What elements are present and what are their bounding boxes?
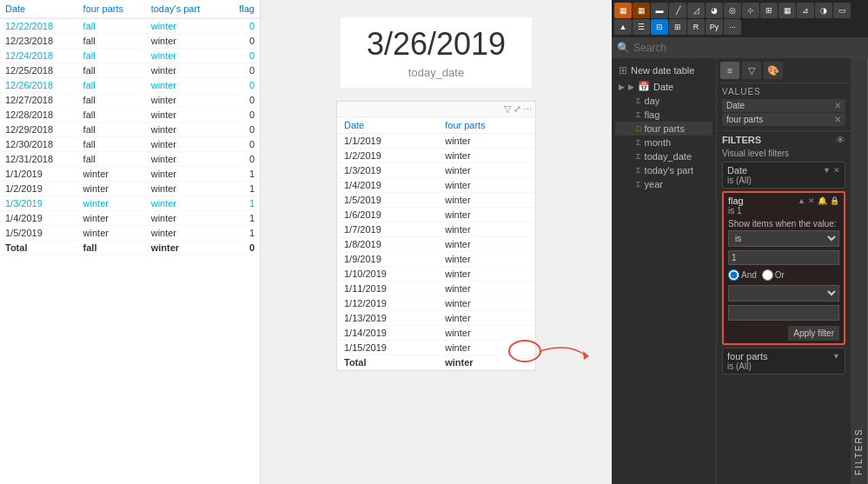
close-flag-icon[interactable]: ✕ bbox=[808, 196, 815, 205]
visual-level-label: Visual level filters bbox=[722, 149, 845, 158]
table-row: 12/27/2018 fall winter 0 bbox=[0, 93, 260, 108]
toolbar-icon-14[interactable]: ☰ bbox=[633, 19, 650, 35]
toolbar-icon-16[interactable]: ⊞ bbox=[669, 19, 686, 35]
condition-dropdown[interactable]: is is not is blank bbox=[728, 230, 839, 247]
toolbar-icon-12[interactable]: ▭ bbox=[833, 3, 851, 18]
sigma-icon-5: Σ bbox=[636, 152, 641, 161]
right-sidebar: ▦▦▬╱◿◕◎⊹⊞▦⊿◑▭▲☰⊟⊞RPy··· 🔍 ⊞ New date tab… bbox=[612, 0, 868, 484]
values-section: Values Date ✕ four parts ✕ bbox=[717, 83, 851, 131]
values-item-fp-close[interactable]: ✕ bbox=[834, 115, 841, 124]
field-item-month[interactable]: Σ month bbox=[615, 136, 712, 149]
more-icon[interactable]: ··· bbox=[524, 103, 532, 115]
close-date-icon[interactable]: ✕ bbox=[833, 166, 840, 175]
values-item-four-parts[interactable]: four parts ✕ bbox=[722, 113, 845, 126]
field-item-four-parts[interactable]: □ four parts bbox=[615, 122, 712, 136]
date-value: 3/26/2019 bbox=[367, 26, 506, 63]
chevron-right-icon: ▶ bbox=[619, 83, 625, 91]
toolbar-icon-18[interactable]: Py bbox=[706, 19, 723, 35]
date-label: today_date bbox=[367, 66, 506, 79]
filter-tab-row: ≡ ▽ 🎨 bbox=[717, 58, 851, 83]
field-item-todays-part[interactable]: Σ today's part bbox=[615, 163, 712, 177]
viz-table-row: 1/15/2019 winter bbox=[337, 341, 535, 355]
toolbar-icon-9[interactable]: ▦ bbox=[779, 3, 796, 18]
condition2-value-input[interactable] bbox=[728, 305, 839, 321]
expand-icon[interactable]: ⤢ bbox=[514, 103, 521, 115]
filters-content: FILTERS 👁 Visual level filters Date ▼ ✕ bbox=[717, 131, 851, 484]
toolbar-icon-15[interactable]: ⊟ bbox=[651, 19, 668, 35]
viz-table-row: 1/5/2019 winter bbox=[337, 193, 535, 208]
toolbar-icon-1[interactable]: ▦ bbox=[633, 3, 650, 18]
field-group-label-date: Date bbox=[653, 82, 673, 92]
col-header-four-parts[interactable]: four parts bbox=[78, 0, 146, 18]
filter-card-date-field: Date bbox=[727, 165, 747, 176]
field-item-today-date[interactable]: Σ today_date bbox=[615, 149, 712, 163]
toolbar-icon-19[interactable]: ··· bbox=[724, 19, 741, 35]
toolbar-icon-8[interactable]: ⊞ bbox=[760, 3, 778, 18]
values-item-date-label: Date bbox=[726, 101, 745, 110]
sigma-icon-6: Σ bbox=[636, 166, 641, 175]
toolbar-icon-11[interactable]: ◑ bbox=[815, 3, 832, 18]
fields-panel: ⊞ New date table ▶ ▶ 📅 Date Σ day bbox=[612, 58, 716, 484]
filter-tab-btn[interactable]: ▽ bbox=[742, 62, 761, 79]
filters-vertical-tab[interactable]: FILTERS bbox=[851, 58, 868, 484]
viz-col-date[interactable]: Date bbox=[337, 117, 438, 134]
center-area: 3/26/2019 today_date ▽ ⤢ ··· Date four p… bbox=[261, 0, 612, 484]
col-header-todays-part[interactable]: today's part bbox=[146, 0, 226, 18]
chevron-down-fp-icon[interactable]: ▼ bbox=[832, 352, 840, 361]
table-row: 12/29/2018 fall winter 0 bbox=[0, 123, 260, 137]
search-bar: 🔍 bbox=[612, 38, 868, 58]
table-row: 12/30/2018 fall winter 0 bbox=[0, 137, 260, 152]
table-row: 12/24/2018 fall winter 0 bbox=[0, 49, 260, 63]
left-table-container[interactable]: Date four parts today's part flag 12/22/… bbox=[0, 0, 260, 484]
table-row: 1/5/2019 winter winter 1 bbox=[0, 226, 260, 241]
toolbar-icon-7[interactable]: ⊹ bbox=[742, 3, 759, 18]
toolbar-icon-2[interactable]: ▬ bbox=[651, 3, 668, 18]
total-row: Total fall winter 0 bbox=[0, 241, 260, 255]
col-header-date[interactable]: Date bbox=[0, 0, 78, 18]
format-tab-btn[interactable]: 🎨 bbox=[764, 62, 783, 79]
table-row: 1/3/2019 winter winter 1 bbox=[0, 196, 260, 211]
radio-and-label[interactable]: And bbox=[728, 269, 757, 281]
sigma-icon-4: Σ bbox=[636, 138, 641, 147]
viz-table-row: 1/10/2019 winter bbox=[337, 267, 535, 282]
filter-card-four-parts: four parts ▼ is (All) bbox=[722, 348, 845, 375]
table-row: 12/31/2018 fall winter 0 bbox=[0, 152, 260, 167]
search-input[interactable] bbox=[633, 42, 863, 54]
annotation-arrow bbox=[507, 325, 594, 380]
field-group-date: ▶ ▶ 📅 Date Σ day Σ flag □ bbox=[615, 79, 712, 191]
eye-icon[interactable]: 👁 bbox=[836, 135, 845, 145]
field-item-day[interactable]: Σ day bbox=[615, 94, 712, 108]
toolbar-icon-3[interactable]: ╱ bbox=[669, 3, 686, 18]
values-tab[interactable]: ≡ bbox=[720, 62, 739, 79]
col-header-flag[interactable]: flag bbox=[225, 0, 260, 18]
toolbar-icon-0[interactable]: ▦ bbox=[614, 3, 632, 18]
values-item-date-close[interactable]: ✕ bbox=[834, 101, 841, 110]
filter-icon[interactable]: ▽ bbox=[504, 103, 511, 115]
field-item-year[interactable]: Σ year bbox=[615, 177, 712, 191]
chevron-up-flag-icon[interactable]: ▲ bbox=[798, 196, 805, 205]
condition2-dropdown[interactable] bbox=[728, 285, 839, 302]
calendar-icon: 📅 bbox=[638, 81, 650, 92]
apply-filter-button[interactable]: Apply filter bbox=[788, 326, 839, 341]
new-table-button[interactable]: ⊞ New date table bbox=[615, 62, 712, 79]
toolbar-icon-13[interactable]: ▲ bbox=[614, 19, 632, 35]
lock-flag-icon[interactable]: 🔒 bbox=[830, 196, 839, 205]
viz-col-four-parts[interactable]: four parts bbox=[438, 117, 535, 134]
sigma-icon: Σ bbox=[636, 96, 641, 105]
chevron-down-date-icon[interactable]: ▼ bbox=[823, 166, 831, 175]
toolbar-icon-5[interactable]: ◕ bbox=[706, 3, 723, 18]
field-group-header-date[interactable]: ▶ ▶ 📅 Date bbox=[615, 79, 712, 94]
toolbar-icon-17[interactable]: R bbox=[687, 19, 705, 35]
toolbar-icon-4[interactable]: ◿ bbox=[687, 3, 705, 18]
sigma-icon-2: Σ bbox=[636, 110, 641, 119]
bell-flag-icon[interactable]: 🔔 bbox=[818, 196, 827, 205]
radio-row: And Or bbox=[728, 269, 839, 281]
values-item-date[interactable]: Date ✕ bbox=[722, 99, 845, 112]
toolbar-icon-6[interactable]: ◎ bbox=[724, 3, 741, 18]
viz-table-row: 1/7/2019 winter bbox=[337, 222, 535, 237]
radio-or-label[interactable]: Or bbox=[762, 269, 785, 281]
field-item-flag[interactable]: Σ flag bbox=[615, 108, 712, 122]
toolbar-icon-10[interactable]: ⊿ bbox=[797, 3, 814, 18]
condition-value-input[interactable] bbox=[728, 250, 839, 265]
viz-table-row: 1/8/2019 winter bbox=[337, 237, 535, 252]
